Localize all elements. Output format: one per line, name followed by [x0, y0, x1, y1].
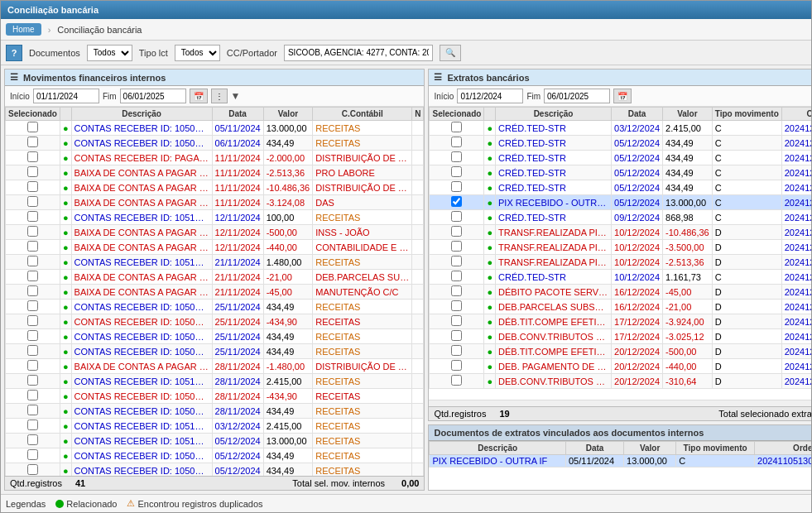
calendar-btn-left[interactable]: 📅: [190, 89, 208, 103]
table-row[interactable]: ● TRANSF.REALIZADA PIX SICOOB 10/12/2024…: [430, 240, 811, 255]
table-row[interactable]: ● CRÉD.TED-STR 10/12/2024 1.161,73 C 202…: [430, 270, 811, 285]
row-checkbox[interactable]: [6, 225, 60, 240]
table-row[interactable]: ● PIX RECEBIDO - OUTRA IF 05/12/2024 13.…: [430, 195, 811, 210]
row-checkbox[interactable]: [6, 180, 60, 195]
row-checkbox[interactable]: [430, 240, 484, 255]
row-checkbox[interactable]: [6, 344, 60, 359]
table-row[interactable]: ● CONTAS RECEBER ID: 10501. FAT./PC 0/8 …: [6, 404, 424, 419]
table-row[interactable]: ● CRÉD.TED-STR 05/12/2024 434,49 C 20241…: [430, 165, 811, 180]
row-checkbox[interactable]: [430, 285, 484, 300]
docs-select[interactable]: Todos: [87, 45, 132, 61]
row-checkbox[interactable]: [6, 448, 60, 463]
table-row[interactable]: ● CONTAS RECEBER ID: PAGAR ID: 1998 11/1…: [6, 151, 424, 165]
table-row[interactable]: ● CRÉD.TED-STR 09/12/2024 868,98 C 20241…: [430, 210, 811, 225]
right-scrollbar[interactable]: [429, 400, 811, 406]
table-row[interactable]: ● CONTAS RECEBER ID: 10516. FAT./PC 0/0 …: [6, 255, 424, 270]
table-row[interactable]: ● CONTAS RECEBER ID: 10502. FAT./PC 0/5 …: [6, 344, 424, 359]
row-checkbox[interactable]: [430, 210, 484, 225]
row-checkbox[interactable]: [6, 434, 60, 448]
table-row[interactable]: ● CONTAS RECEBER ID: 10503. FAT./PC 0/5 …: [6, 329, 424, 344]
table-row[interactable]: ● BAIXA DE CONTAS A PAGAR ID: 2005 21/11…: [6, 285, 424, 300]
table-row[interactable]: ● DEB.CONV.TRIBUTOS FEDERAIS - RFB 20/12…: [430, 374, 811, 389]
table-row[interactable]: ● CONTAS RECEBER ID: 10508. FAT./PC 0/66…: [6, 463, 424, 477]
row-checkbox[interactable]: [6, 255, 60, 270]
table-row[interactable]: ● BAIXA DE CONTAS A PAGAR ID: 2003 11/11…: [6, 180, 424, 195]
table-row[interactable]: ● CONTAS RECEBER ID: 10515. FAT./PC 0/0 …: [6, 210, 424, 225]
table-row[interactable]: ● DEB.PARCELAS SUBSC./INTEGR. 16/12/2024…: [430, 300, 811, 314]
table-row[interactable]: ● DEB. PAGAMENTO DE BOLETO INTERCREDIS 2…: [430, 359, 811, 374]
search-button[interactable]: 🔍: [440, 45, 461, 61]
table-row[interactable]: ● DÉB.TIT.COMPE EFETIVADO 20/12/2024 -50…: [430, 344, 811, 359]
table-row[interactable]: ● CONTAS RECEBER ID: 10517. FAT./PC 0/73…: [6, 434, 424, 448]
row-checkbox[interactable]: [6, 404, 60, 419]
table-row[interactable]: ● TRANSF.REALIZADA PIX SICOOB 10/12/2024…: [430, 225, 811, 240]
row-checkbox[interactable]: [430, 344, 484, 359]
inicio-input-left[interactable]: [33, 89, 99, 103]
table-row[interactable]: ● CONTAS RECEBER ID: 10506. FAT./PC 0/0 …: [6, 121, 424, 136]
row-status-icon: ●: [60, 285, 71, 300]
row-checkbox[interactable]: [6, 374, 60, 389]
table-row[interactable]: ● DEB.CONV.TRIBUTOS FEDERAIS - RFB 17/12…: [430, 329, 811, 344]
filter-icon-left[interactable]: ▼: [231, 90, 241, 102]
row-checkbox[interactable]: [6, 136, 60, 151]
table-row[interactable]: ● CONTAS RECEBER ID: 10503. FAT./PC 0/5 …: [6, 300, 424, 314]
row-checkbox[interactable]: [430, 180, 484, 195]
fim-input-right[interactable]: [544, 89, 610, 103]
table-row[interactable]: ● BAIXA DE CONTAS A PAGAR ID: 2006 28/11…: [6, 359, 424, 374]
row-checkbox[interactable]: [430, 270, 484, 285]
table-row[interactable]: ● BAIXA DE CONTAS A PAGAR ID: 2003 11/11…: [6, 195, 424, 210]
table-row[interactable]: ● CONTAS RECEBER ID: 10513. FAT./PC 0/0 …: [6, 419, 424, 434]
row-checkbox[interactable]: [430, 329, 484, 344]
row-checkbox[interactable]: [6, 359, 60, 374]
row-checkbox[interactable]: [430, 136, 484, 151]
table-row[interactable]: ● CONTAS RECEBER ID: 10513. FAT./PC 0/3 …: [6, 374, 424, 389]
home-button[interactable]: Home: [6, 23, 41, 36]
row-checkbox[interactable]: [6, 419, 60, 434]
inicio-input-right[interactable]: [457, 89, 523, 103]
row-checkbox[interactable]: [6, 165, 60, 180]
row-checkbox[interactable]: [430, 255, 484, 270]
table-row[interactable]: ● BAIXA DE CONTAS A PAGAR ID: 2004 12/11…: [6, 240, 424, 255]
row-checkbox[interactable]: [430, 374, 484, 389]
table-row[interactable]: ● BAIXA DE CONTAS A PAGAR ID: 1997 11/11…: [6, 165, 424, 180]
row-checkbox[interactable]: [6, 195, 60, 210]
table-row[interactable]: ● CONTAS RECEBER ID: 10501. FAT./PC 0/0 …: [6, 389, 424, 404]
row-checkbox[interactable]: [6, 270, 60, 285]
row-checkbox[interactable]: [6, 285, 60, 300]
table-row[interactable]: ● CONTAS RECEBER ID: 10503. FAT./PC 0/5 …: [6, 314, 424, 329]
calendar-btn-right[interactable]: 📅: [613, 89, 632, 103]
row-checkbox[interactable]: [430, 314, 484, 329]
row-checkbox[interactable]: [430, 121, 484, 136]
help-button[interactable]: ?: [6, 45, 22, 61]
row-checkbox[interactable]: [430, 300, 484, 314]
row-checkbox[interactable]: [430, 151, 484, 165]
tipo-lct-select[interactable]: Todos: [175, 45, 220, 61]
dots-btn-left[interactable]: ⋮: [211, 89, 228, 103]
table-row[interactable]: ● CONTAS RECEBER ID: 10503. FAT./PC 0/67…: [6, 448, 424, 463]
table-row[interactable]: ● CRÉD.TED-STR 05/12/2024 434,49 C 20241…: [430, 151, 811, 165]
table-row[interactable]: ● CRÉD.TED-STR 05/12/2024 434,49 C 20241…: [430, 136, 811, 151]
table-row[interactable]: ● BAIXA DE CONTAS A PAGAR ID: 2002 12/11…: [6, 225, 424, 240]
table-row[interactable]: ● BAIXA DE CONTAS A PAGAR ID: 2005 21/11…: [6, 270, 424, 285]
row-checkbox[interactable]: [6, 314, 60, 329]
row-checkbox[interactable]: [6, 463, 60, 477]
row-checkbox[interactable]: [6, 389, 60, 404]
table-row[interactable]: ● DÉBITO PACOTE SERVIÇOS 16/12/2024 -45,…: [430, 285, 811, 300]
table-row[interactable]: ● DÉB.TIT.COMPE EFETIVADO 17/12/2024 -3.…: [430, 314, 811, 329]
row-checkbox[interactable]: [6, 300, 60, 314]
row-checkbox[interactable]: [6, 240, 60, 255]
cc-portador-input[interactable]: [284, 45, 433, 61]
row-checkbox[interactable]: [430, 225, 484, 240]
row-checkbox[interactable]: [430, 195, 484, 210]
row-checkbox[interactable]: [6, 121, 60, 136]
table-row[interactable]: ● CONTAS RECEBER ID: 10507. FAT./PC 0/0 …: [6, 136, 424, 151]
row-checkbox[interactable]: [6, 151, 60, 165]
table-row[interactable]: ● TRANSF.REALIZADA PIX SICOOB 10/12/2024…: [430, 255, 811, 270]
row-checkbox[interactable]: [6, 329, 60, 344]
fim-input-left[interactable]: [120, 89, 186, 103]
row-checkbox[interactable]: [430, 165, 484, 180]
row-checkbox[interactable]: [6, 210, 60, 225]
table-row[interactable]: ● CRÉD.TED-STR 05/12/2024 434,49 C 20241…: [430, 180, 811, 195]
row-checkbox[interactable]: [430, 359, 484, 374]
table-row[interactable]: ● CRÉD.TED-STR 03/12/2024 2.415,00 C 202…: [430, 121, 811, 136]
